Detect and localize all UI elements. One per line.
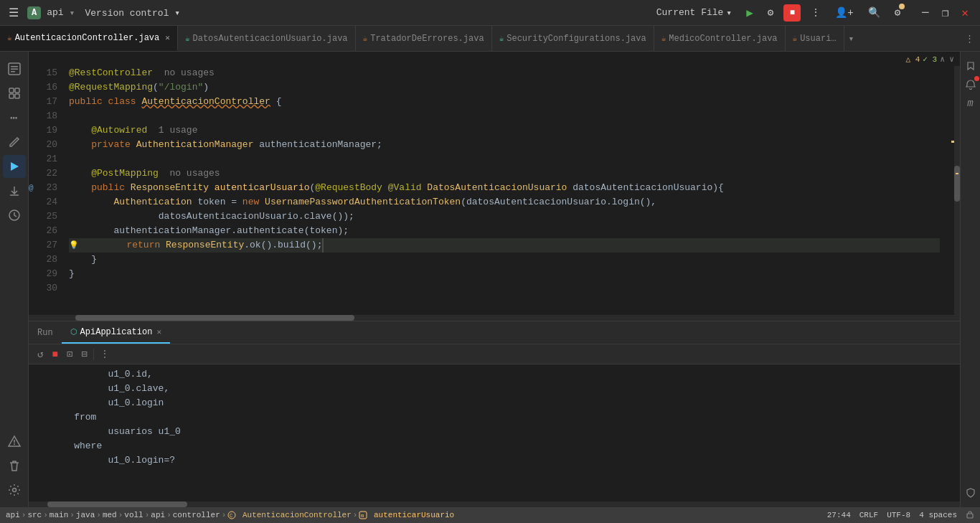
tab-datos-autenticacion[interactable]: ☕ DatosAutenticacionUsuario.java bbox=[178, 26, 356, 51]
code-line-25: datosAutenticacionUsuario.clave()); bbox=[69, 209, 940, 224]
run-output-line-3: u1_0.login bbox=[40, 396, 948, 410]
breadcrumb-controller[interactable]: controller bbox=[173, 511, 220, 519]
settings-gear-icon[interactable]: ⚙ bbox=[890, 4, 905, 22]
tab-security-configurations[interactable]: ☕ SecurityConfigurations.java bbox=[492, 26, 654, 51]
search-icon[interactable]: 🔍 bbox=[864, 4, 885, 22]
run-output-line-2: u1_0.clave, bbox=[40, 382, 948, 396]
encoding[interactable]: UTF-8 bbox=[887, 511, 910, 519]
maximize-button[interactable]: ❐ bbox=[936, 3, 955, 23]
add-profile-icon[interactable]: 👤+ bbox=[831, 4, 857, 22]
warning-count: △ 4 bbox=[905, 55, 920, 64]
sidebar-clock-icon[interactable] bbox=[3, 204, 26, 227]
project-dropdown-icon[interactable]: ▾ bbox=[70, 7, 75, 19]
breadcrumb-api[interactable]: api bbox=[6, 511, 20, 519]
stop-run-button[interactable]: ■ bbox=[49, 347, 60, 362]
breadcrumb-java[interactable]: java bbox=[76, 511, 95, 519]
minimize-button[interactable]: ─ bbox=[916, 4, 935, 22]
line-ending[interactable]: CRLF bbox=[859, 511, 878, 519]
code-line-16: @RequestMapping("/login") bbox=[69, 80, 940, 95]
horizontal-scrollbar[interactable] bbox=[29, 315, 960, 321]
diagnostics-arrows[interactable]: ∧ ∨ bbox=[940, 55, 954, 64]
tab-actions: ⋮ bbox=[959, 26, 980, 51]
run-more-button[interactable]: ⋮ bbox=[97, 347, 113, 362]
close-button[interactable]: ✕ bbox=[956, 3, 974, 23]
right-sidebar-bookmark-icon[interactable] bbox=[962, 57, 979, 75]
right-sidebar-notification-icon[interactable] bbox=[962, 76, 979, 93]
error-count: ✓ 3 bbox=[923, 55, 937, 64]
hamburger-menu-icon[interactable]: ☰ bbox=[6, 3, 22, 23]
close-run-tab-icon[interactable]: ✕ bbox=[156, 327, 161, 336]
run-panel-tabs: Run ⬡ ApiApplication ✕ bbox=[29, 321, 960, 344]
breadcrumb-class[interactable]: C AutenticacionController bbox=[227, 511, 351, 519]
scrollbar-thumb[interactable] bbox=[954, 166, 960, 202]
more-options-icon[interactable]: ⋮ bbox=[806, 4, 825, 22]
breadcrumb-voll[interactable]: voll bbox=[124, 511, 143, 519]
svg-rect-5 bbox=[15, 88, 19, 93]
sidebar-settings-icon[interactable] bbox=[3, 479, 26, 501]
title-bar: ☰ A api ▾ Version control ▾ Current File… bbox=[0, 0, 980, 26]
code-line-26: authenticationManager.authenticate(token… bbox=[69, 224, 940, 238]
run-output-line-4: from bbox=[40, 410, 948, 425]
sidebar-download-icon[interactable] bbox=[3, 179, 26, 202]
breadcrumb[interactable]: api › src › main › java › med › voll › a… bbox=[6, 511, 454, 519]
version-control-btn[interactable]: Version control ▾ bbox=[80, 6, 184, 20]
svg-marker-8 bbox=[11, 162, 19, 171]
run-panel-scrollbar-thumb[interactable] bbox=[47, 501, 187, 507]
code-editor[interactable]: △ 4 ✓ 3 ∧ ∨ 15 16 17 18 19 20 21 22 23 bbox=[29, 52, 960, 321]
breadcrumb-api2[interactable]: api bbox=[151, 511, 165, 519]
sidebar-project-icon[interactable] bbox=[3, 57, 26, 80]
breadcrumb-main[interactable]: main bbox=[50, 511, 68, 519]
sidebar-grid-icon[interactable] bbox=[3, 82, 26, 105]
run-tab[interactable]: Run bbox=[29, 321, 62, 344]
sidebar-edit-icon[interactable] bbox=[3, 131, 26, 154]
settings-icon[interactable]: ⚙ bbox=[763, 4, 778, 22]
more-tabs-icon[interactable]: ⋮ bbox=[959, 33, 980, 44]
tab-tratador-errores[interactable]: ☕ TratadorDeErrores.java bbox=[356, 26, 492, 51]
indent-setting[interactable]: 4 spaces bbox=[919, 511, 957, 519]
tab-medico-controller[interactable]: ☕ MedicoController.java bbox=[654, 26, 786, 51]
dump-button[interactable]: ⊟ bbox=[78, 347, 90, 362]
code-line-15: @RestController no usages bbox=[69, 66, 940, 80]
svg-rect-2 bbox=[11, 69, 18, 70]
code-line-17: public class AutenticacionController { bbox=[69, 95, 940, 109]
run-panel: Run ⬡ ApiApplication ✕ ↺ ■ ⊡ ⊟ ⋮ u1_ bbox=[29, 321, 960, 507]
run-button[interactable]: ▶ bbox=[742, 3, 758, 23]
scroll-warning-indicator bbox=[956, 173, 958, 174]
status-bar-right: 27:44 CRLF UTF-8 4 spaces bbox=[827, 510, 974, 521]
editor-diagnostics-bar: △ 4 ✓ 3 ∧ ∨ bbox=[29, 52, 960, 66]
sidebar-trash-icon[interactable] bbox=[3, 454, 26, 477]
breadcrumb-method[interactable]: m autenticarUsuario bbox=[359, 511, 454, 519]
code-content: 15 16 17 18 19 20 21 22 23 @ 24 25 26 27 bbox=[29, 66, 960, 315]
sidebar-run-icon[interactable] bbox=[3, 155, 26, 178]
stop-button[interactable]: ■ bbox=[783, 4, 801, 22]
run-output: u1_0.id, u1_0.clave, u1_0.login from usu… bbox=[29, 364, 960, 501]
rerun-button[interactable]: ↺ bbox=[34, 347, 46, 362]
horizontal-scrollbar-thumb[interactable] bbox=[75, 315, 354, 321]
lock-icon[interactable] bbox=[966, 510, 974, 521]
left-sidebar: ⋯ bbox=[0, 52, 29, 507]
tab-autenticacion-controller[interactable]: ☕ AutenticacionController.java ✕ bbox=[0, 26, 178, 51]
run-api-application-tab[interactable]: ⬡ ApiApplication ✕ bbox=[62, 321, 170, 344]
run-panel-scrollbar[interactable] bbox=[29, 501, 960, 507]
right-sidebar-letter-m-icon[interactable]: m bbox=[962, 95, 979, 112]
project-name[interactable]: api bbox=[47, 7, 63, 18]
breadcrumb-med[interactable]: med bbox=[103, 511, 117, 519]
code-text[interactable]: @RestController no usages @RequestMappin… bbox=[63, 66, 946, 315]
svg-rect-4 bbox=[9, 88, 14, 93]
breadcrumb-src[interactable]: src bbox=[27, 511, 42, 519]
cursor-position[interactable]: 27:44 bbox=[827, 511, 851, 519]
snapshot-button[interactable]: ⊡ bbox=[64, 347, 75, 362]
vertical-scrollbar[interactable] bbox=[954, 66, 960, 315]
svg-rect-6 bbox=[9, 94, 14, 98]
close-tab-autenticacion[interactable]: ✕ bbox=[165, 33, 170, 42]
sidebar-warning-icon[interactable] bbox=[3, 430, 26, 453]
window-controls: ─ ❐ ✕ bbox=[916, 3, 974, 23]
right-sidebar-shield-icon[interactable] bbox=[962, 484, 979, 501]
sidebar-more-icon[interactable]: ⋯ bbox=[3, 106, 26, 129]
code-line-27: 💡 return ResponseEntity.ok().build(); bbox=[69, 238, 940, 253]
tabs-overflow-btn[interactable]: ▾ bbox=[844, 26, 859, 51]
breadcrumb-area: api › src › main › java › med › voll › a… bbox=[6, 511, 821, 519]
current-file-btn[interactable]: Current File ▾ bbox=[652, 6, 736, 20]
editor-area: △ 4 ✓ 3 ∧ ∨ 15 16 17 18 19 20 21 22 23 bbox=[29, 52, 960, 507]
tab-usuario[interactable]: ☕ Usuari… bbox=[786, 26, 844, 51]
